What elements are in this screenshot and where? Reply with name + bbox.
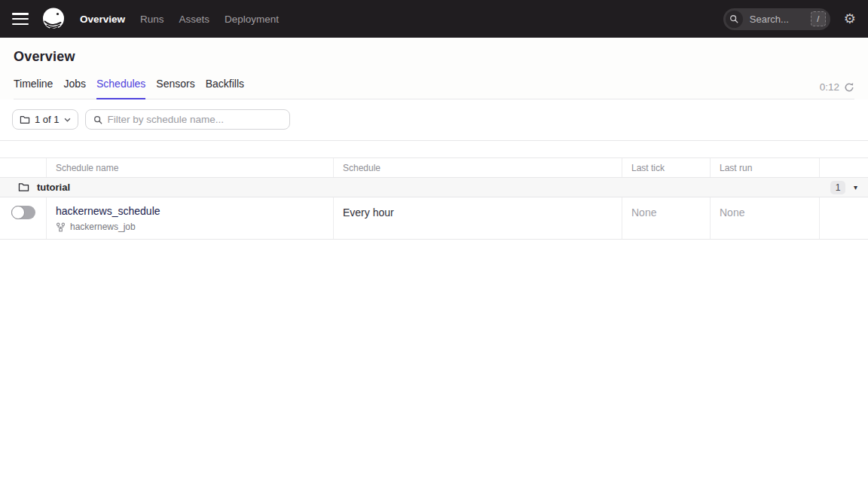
overview-tabs: Timeline Jobs Schedules Sensors Backfill… <box>14 78 854 99</box>
gear-icon[interactable]: ⚙ <box>844 12 856 26</box>
job-name-link[interactable]: hackernews_job <box>70 222 136 232</box>
col-schedule: Schedule <box>334 158 622 177</box>
nav-overview[interactable]: Overview <box>80 14 125 25</box>
last-tick-cell: None <box>622 197 711 239</box>
schedule-name-link[interactable]: hackernews_schedule <box>56 205 160 217</box>
tab-jobs[interactable]: Jobs <box>63 78 86 99</box>
collapse-caret-icon[interactable]: ▾ <box>854 183 857 191</box>
table-header-row: Schedule name Schedule Last tick Last ru… <box>0 157 868 178</box>
dagster-logo[interactable] <box>41 6 66 32</box>
tab-schedules[interactable]: Schedules <box>96 78 145 99</box>
col-schedule-name: Schedule name <box>47 158 334 177</box>
schedule-filter-field <box>85 109 290 130</box>
filter-bar: 1 of 1 <box>0 99 868 141</box>
schedule-filter-input[interactable] <box>108 114 282 125</box>
tab-sensors[interactable]: Sensors <box>156 78 194 99</box>
nav-runs[interactable]: Runs <box>140 14 164 25</box>
folder-icon <box>20 115 30 124</box>
slash-shortcut-badge: / <box>811 11 826 26</box>
nav-deployment[interactable]: Deployment <box>225 14 279 25</box>
nav-assets[interactable]: Assets <box>179 14 210 25</box>
group-name: tutorial <box>37 182 70 193</box>
col-actions <box>820 158 868 177</box>
global-search-input[interactable]: Search... / <box>723 8 830 30</box>
search-placeholder: Search... <box>750 14 811 25</box>
refresh-icon[interactable] <box>844 82 854 93</box>
code-location-selector[interactable]: 1 of 1 <box>12 109 78 130</box>
col-toggle <box>0 158 47 177</box>
col-last-tick: Last tick <box>622 158 711 177</box>
refresh-countdown: 0:12 <box>820 81 839 93</box>
schedules-table: Schedule name Schedule Last tick Last ru… <box>0 157 868 240</box>
schedule-cron-cell: Every hour <box>334 197 622 239</box>
actions-cell <box>820 197 868 239</box>
col-last-run: Last run <box>711 158 820 177</box>
folder-icon <box>18 182 29 192</box>
page-title: Overview <box>14 49 854 65</box>
schedule-toggle[interactable] <box>11 206 35 219</box>
page-header: Overview Timeline Jobs Schedules Sensors… <box>0 38 868 99</box>
last-run-cell: None <box>711 197 820 239</box>
search-icon <box>93 115 102 124</box>
tab-timeline[interactable]: Timeline <box>14 78 53 99</box>
job-icon <box>56 222 66 232</box>
top-nav: Overview Runs Assets Deployment Search..… <box>0 0 868 38</box>
primary-nav: Overview Runs Assets Deployment <box>80 14 279 25</box>
search-icon <box>726 11 743 28</box>
group-row-tutorial[interactable]: tutorial 1 ▾ <box>0 178 868 197</box>
chevron-down-icon <box>64 118 71 122</box>
group-count-badge: 1 <box>830 181 845 194</box>
schedule-row: hackernews_schedule hackernews_job Every… <box>0 197 868 240</box>
menu-button[interactable] <box>12 13 29 25</box>
tab-backfills[interactable]: Backfills <box>206 78 244 99</box>
